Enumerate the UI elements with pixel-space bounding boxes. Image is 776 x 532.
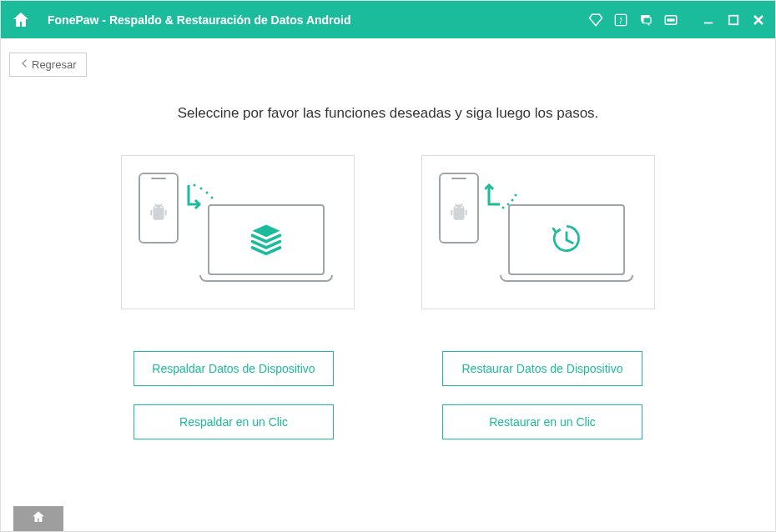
home-icon[interactable] [11,10,31,30]
footer-home-button[interactable] [13,506,63,531]
action-buttons: Respaldar Datos de Dispositivo Respaldar… [1,351,775,439]
phone-icon [139,173,179,243]
svg-point-15 [456,206,457,208]
backup-device-button[interactable]: Respaldar Datos de Dispositivo [134,351,334,386]
svg-point-7 [155,206,157,208]
svg-point-23 [515,194,517,197]
app-title: FonePaw - Respaldo & Restauración de Dat… [48,13,588,27]
svg-point-2 [668,18,669,20]
home-icon [31,509,46,528]
svg-rect-6 [729,15,738,24]
menu-icon[interactable] [663,13,678,28]
feedback-icon[interactable] [638,13,653,28]
laptop-icon [500,204,633,288]
backup-illustration [121,155,355,309]
svg-point-12 [200,188,203,190]
restore-buttons-column: Restaurar Datos de Dispositivo Restaurar… [442,351,642,439]
svg-point-13 [206,192,209,194]
svg-point-14 [211,197,214,199]
facebook-icon[interactable] [613,13,628,28]
titlebar: FonePaw - Respaldo & Restauración de Dat… [1,1,775,38]
titlebar-actions [588,13,765,28]
instruction-text: Seleccine por favor las funciones desead… [1,105,775,122]
window-controls [702,13,765,27]
illustration-cards [1,155,775,309]
svg-point-4 [673,18,674,20]
svg-rect-0 [615,14,626,25]
minimize-button[interactable] [702,13,715,27]
restore-illustration [421,155,655,309]
svg-point-3 [670,18,672,20]
svg-point-16 [461,206,462,208]
maximize-button[interactable] [727,13,740,27]
diamond-icon[interactable] [588,13,603,28]
backup-buttons-column: Respaldar Datos de Dispositivo Respaldar… [134,351,334,439]
restore-one-click-button[interactable]: Restaurar en un Clic [442,404,642,439]
svg-rect-18 [466,209,467,215]
android-icon [448,200,470,225]
backup-one-click-button[interactable]: Respaldar en un Clic [134,404,334,439]
svg-rect-17 [451,209,452,215]
main-content: Seleccine por favor las funciones desead… [1,38,775,439]
back-button[interactable]: Regresar [9,53,87,77]
restore-device-button[interactable]: Restaurar Datos de Dispositivo [442,351,642,386]
laptop-icon [199,204,333,288]
android-icon [148,200,169,225]
phone-icon [439,173,479,243]
svg-rect-9 [150,209,152,215]
svg-rect-10 [165,209,167,215]
back-label: Regresar [32,58,76,71]
restore-clock-icon [548,220,585,260]
svg-point-11 [194,184,196,187]
svg-point-8 [160,206,162,208]
svg-point-22 [511,199,514,202]
svg-rect-5 [704,22,713,23]
stack-icon [248,220,285,260]
close-button[interactable] [752,13,765,27]
back-arrow-icon [20,58,30,71]
